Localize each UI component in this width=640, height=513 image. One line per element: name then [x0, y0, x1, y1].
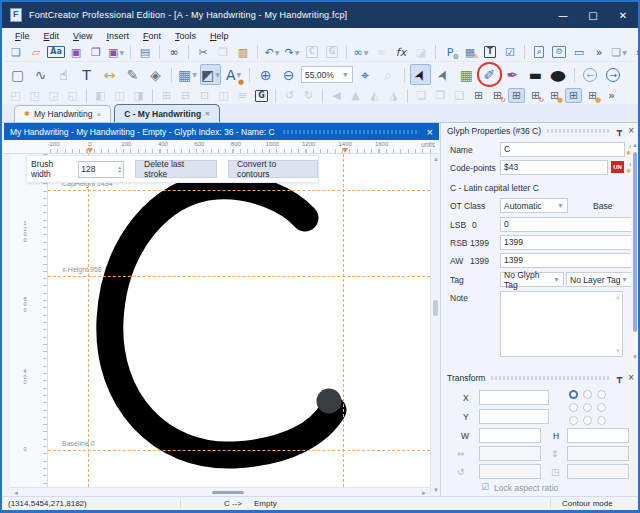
close-button[interactable]: ✕: [608, 2, 638, 28]
insert-image-icon[interactable]: ▦: [456, 64, 477, 85]
stepper-arrows-icon[interactable]: ▴▾: [119, 165, 122, 173]
menu-item-view[interactable]: View: [66, 30, 99, 42]
autonaming-icon[interactable]: ⚙: [550, 44, 568, 60]
fill-contour-icon[interactable]: ◈: [145, 64, 166, 85]
aw-field[interactable]: 1399: [500, 253, 632, 268]
vertical-scroll-thumb[interactable]: [433, 300, 438, 316]
note-scroll-up-icon[interactable]: ▲: [615, 294, 621, 300]
guide-line-left-side-bearing[interactable]: [88, 154, 89, 487]
find-icon[interactable]: ∞: [165, 44, 183, 60]
panel-scroll-thumb[interactable]: [633, 152, 637, 332]
brush-width-stepper[interactable]: 128 ▴▾: [78, 161, 124, 178]
zoom-level-combo[interactable]: 55,00%▼: [301, 66, 353, 83]
scroll-up-icon[interactable]: ▲: [433, 155, 439, 163]
validate-icon[interactable]: ☑: [501, 44, 519, 60]
lock-aspect-checkbox[interactable]: ☑: [481, 482, 489, 492]
grid-active-1-icon[interactable]: ⊞: [508, 88, 525, 103]
layer-tag-select[interactable]: No Layer Tag▼: [566, 272, 632, 287]
note-field[interactable]: ▲ ▼: [500, 291, 623, 357]
menu-item-tools[interactable]: Tools: [168, 30, 203, 42]
guide-line-advance-width[interactable]: [343, 154, 344, 487]
select-rectangle-icon[interactable]: ▢: [7, 64, 28, 85]
anchor-radio-5[interactable]: [597, 403, 606, 412]
zoom-in-icon[interactable]: ⊕: [255, 64, 276, 85]
minimize-button[interactable]: —: [548, 2, 578, 28]
anchor-radio-0[interactable]: [569, 390, 578, 399]
insert-text-icon[interactable]: T: [76, 64, 97, 85]
anchor-radio-8[interactable]: [597, 416, 606, 425]
canvas-vertical-scrollbar[interactable]: ▲ ▼: [430, 154, 439, 495]
canvas-horizontal-scrollbar[interactable]: ◄ ►: [10, 487, 430, 496]
measure-icon[interactable]: ↔: [99, 64, 120, 85]
save-icon[interactable]: ▣: [67, 44, 85, 60]
select-lasso-icon[interactable]: ∿: [30, 64, 51, 85]
toolbar-overflow-2[interactable]: »: [630, 44, 640, 60]
pointer-select-icon[interactable]: ➤: [410, 64, 431, 85]
rsb-field[interactable]: 1399: [500, 235, 632, 250]
anchor-radio-6[interactable]: [569, 416, 578, 425]
grid-active-2-icon[interactable]: ⊞: [565, 88, 582, 103]
unicode-icon[interactable]: UN: [611, 161, 624, 173]
print-icon[interactable]: ▤: [136, 44, 154, 60]
grid-snap-2-icon[interactable]: ⊞↻: [527, 88, 544, 103]
tab-close-icon[interactable]: ×: [205, 109, 210, 118]
tab-my-handwriting[interactable]: ✱My Handwriting×: [14, 105, 111, 122]
draw-ellipse-icon[interactable]: ●: [548, 64, 569, 85]
contour-point-select-icon[interactable]: ➤: [433, 64, 454, 85]
name-field[interactable]: C: [500, 142, 625, 157]
grid-lock-1-icon[interactable]: ⊞●: [546, 88, 563, 103]
note-scroll-down-icon[interactable]: ▼: [615, 348, 621, 354]
maximize-button[interactable]: □: [578, 2, 608, 28]
horizontal-scroll-thumb[interactable]: [212, 491, 244, 494]
navigate-back-icon[interactable]: ←: [580, 64, 601, 85]
freehand-brush-icon[interactable]: ✐: [479, 64, 500, 85]
delete-last-stroke-button[interactable]: Delete last stroke: [135, 160, 217, 178]
y-field[interactable]: [479, 409, 549, 424]
panel-close-icon[interactable]: ×: [628, 372, 634, 383]
glyph-tag-select[interactable]: No Glyph Tag▼: [500, 272, 564, 287]
menu-item-edit[interactable]: Edit: [37, 30, 67, 42]
toolbar-overflow-3[interactable]: »: [603, 88, 620, 103]
open-type-features-icon[interactable]: fx: [392, 44, 410, 60]
pan-hand-icon[interactable]: ☝: [53, 64, 74, 85]
draw-pencil-icon[interactable]: ✎: [122, 64, 143, 85]
undo-icon[interactable]: ↶▼: [263, 44, 281, 60]
anchor-radio-7[interactable]: [583, 416, 592, 425]
glyph-color-icon[interactable]: A●▼: [223, 64, 244, 85]
save-all-icon[interactable]: ❐: [87, 44, 105, 60]
ot-class-select[interactable]: Automatic▼: [500, 198, 568, 213]
anchor-radio-3[interactable]: [569, 403, 578, 412]
scroll-down-icon[interactable]: ▼: [433, 486, 439, 494]
guide-line-baseline-0[interactable]: [48, 450, 430, 451]
menu-item-insert[interactable]: Insert: [99, 30, 136, 42]
tab-close-icon[interactable]: ×: [96, 110, 101, 119]
glyph-window-close-icon[interactable]: ×: [427, 126, 433, 138]
font-properties-icon[interactable]: P⚙: [441, 44, 459, 60]
marker-pen-icon[interactable]: ✒: [502, 64, 523, 85]
test-font-icon[interactable]: ▭: [570, 44, 588, 60]
new-window-icon[interactable]: ❏▼: [610, 44, 628, 60]
toolbar-overflow-1[interactable]: »: [590, 44, 608, 60]
guide-line-x-height-958[interactable]: [48, 276, 430, 277]
zoom-fit-icon[interactable]: ⌖: [355, 64, 376, 85]
panel-scroll-down-icon[interactable]: ▼: [632, 353, 638, 361]
fill-mode-icon[interactable]: ◩▼: [200, 64, 221, 85]
zoom-out-icon[interactable]: ⊖: [278, 64, 299, 85]
menu-item-help[interactable]: Help: [203, 30, 236, 42]
x-field[interactable]: [479, 390, 549, 405]
font-overview-icon[interactable]: Aa: [47, 44, 65, 60]
grid-snap-1-icon[interactable]: ⊞↻: [489, 88, 506, 103]
draw-rectangle-icon[interactable]: ▬: [525, 64, 546, 85]
lsb-field[interactable]: 0: [500, 217, 632, 232]
anchor-radio-2[interactable]: [597, 390, 606, 399]
anchor-radio-1[interactable]: [583, 390, 592, 399]
glyph-properties-toggle-icon[interactable]: ▦✎: [461, 44, 479, 60]
save-as-icon[interactable]: ▣▼: [107, 44, 125, 60]
grid-show-icon[interactable]: ⊞: [470, 88, 487, 103]
convert-to-contours-button[interactable]: Convert to contours: [228, 160, 318, 178]
open-font-icon[interactable]: ▱: [27, 44, 45, 60]
cut-icon[interactable]: ✂: [194, 44, 212, 60]
guide-line-capheight-1434[interactable]: [48, 190, 430, 191]
anchor-radio-4[interactable]: [583, 403, 592, 412]
panel-close-icon[interactable]: ×: [628, 125, 634, 136]
